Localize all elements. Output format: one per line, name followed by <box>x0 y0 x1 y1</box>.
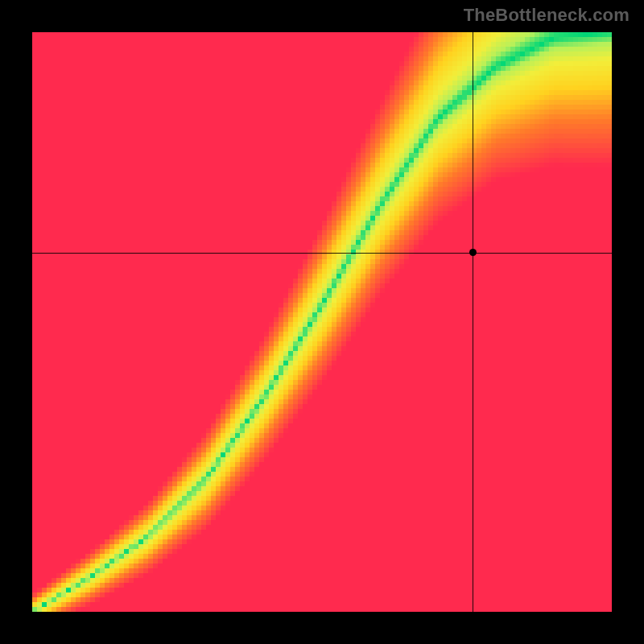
heatmap-canvas <box>32 32 612 612</box>
attribution-label: TheBottleneck.com <box>464 5 630 26</box>
heatmap-plot <box>32 32 612 612</box>
chart-frame: TheBottleneck.com <box>0 0 644 644</box>
